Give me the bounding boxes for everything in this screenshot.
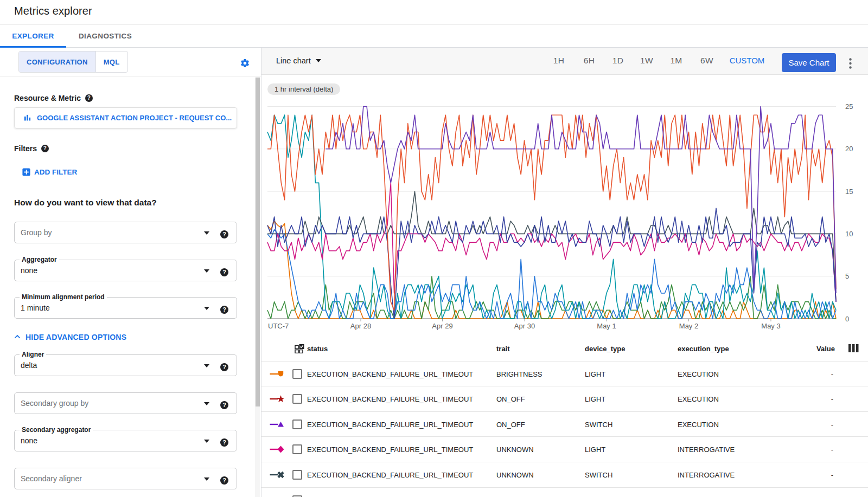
svg-text:25: 25	[845, 102, 853, 111]
svg-text:15: 15	[845, 188, 853, 196]
svg-text:May 2: May 2	[679, 322, 698, 330]
svg-text:UTC-7: UTC-7	[268, 322, 289, 330]
svg-text:10: 10	[845, 230, 853, 238]
svg-text:20: 20	[845, 145, 853, 153]
svg-text:5: 5	[845, 272, 849, 280]
svg-text:Apr 30: Apr 30	[514, 322, 535, 330]
svg-text:Apr 29: Apr 29	[432, 322, 452, 330]
svg-text:0: 0	[845, 315, 849, 323]
svg-text:Apr 28: Apr 28	[350, 322, 371, 330]
svg-text:May 3: May 3	[761, 322, 780, 330]
svg-text:May 1: May 1	[597, 322, 616, 330]
